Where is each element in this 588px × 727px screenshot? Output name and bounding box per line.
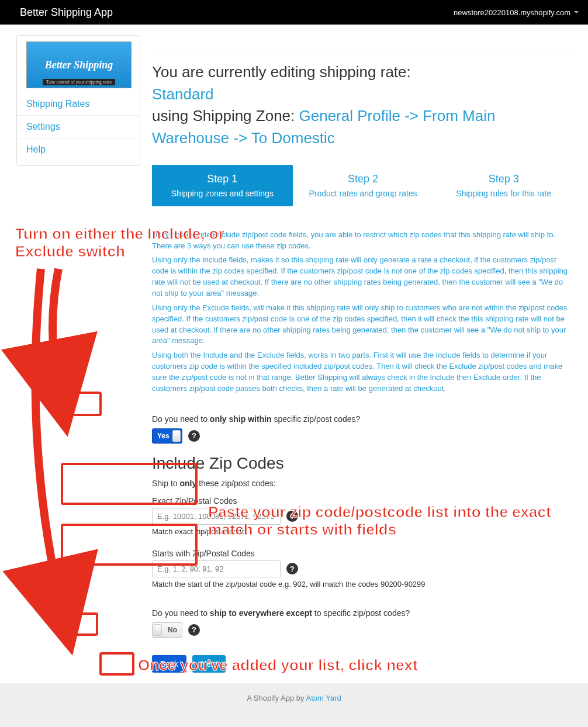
starts-hint: Match the start of the zip/postal code e… [152,580,574,588]
starts-with-zip-input[interactable] [152,560,281,577]
sidebar: Better Shipping Take control of your shi… [16,35,140,166]
tab-step-3[interactable]: Step 3 Shipping rules for this rate [433,165,574,206]
exclude-question: Do you need to ship to everywhere except… [152,608,574,618]
exact-label: Exact Zip/Postal Codes [152,496,574,506]
include-toggle[interactable]: Yes [152,428,182,444]
footer: A Shopify App by Atom Yard [0,683,588,713]
page-heading: You are currently editing shipping rate:… [152,53,574,150]
help-icon[interactable]: ? [188,430,200,442]
tab-step-1[interactable]: Step 1 Shipping zones and settings [152,165,293,206]
logo: Better Shipping Take control of your shi… [26,41,130,88]
nav-button-row: Back Next [152,655,574,673]
help-icon[interactable]: ? [286,510,298,522]
store-name: newstore20220108.myshopify.com [454,8,570,17]
toggle-knob [172,430,181,442]
include-question: Do you need to only ship within specific… [152,414,574,424]
exclude-toggle[interactable]: No [152,622,182,638]
toggle-knob [154,624,162,636]
exact-hint: Match exact zip/postal code. [152,527,574,536]
sidebar-item-help[interactable]: Help [26,144,46,154]
help-icon[interactable]: ? [286,563,298,574]
chevron-down-icon [574,11,579,13]
zone-prefix: using Shipping Zone: [152,107,299,124]
include-section-title: Include Zip Codes [152,454,574,473]
include-toggle-label: Yes [157,432,170,440]
main-content: You are currently editing shipping rate:… [152,35,583,673]
help-icon[interactable]: ? [188,624,200,636]
exact-zip-input[interactable] [152,508,281,525]
topbar: Better Shipping App newstore20220108.mys… [0,0,588,25]
next-button[interactable]: Next [192,655,226,673]
heading-prefix: You are currently editing shipping rate: [152,63,411,81]
store-dropdown[interactable]: newstore20220108.myshopify.com [454,8,579,17]
include-subtext: Ship to only these zip/post codes: [152,479,574,488]
back-button[interactable]: Back [152,655,186,673]
tab-step-2[interactable]: Step 2 Product rates and group rates [293,165,434,206]
app-title: Better Shipping App [20,6,113,19]
sidebar-item-settings[interactable]: Settings [26,122,60,131]
exclude-toggle-label: No [168,626,177,634]
footer-link[interactable]: Atom Yard [306,694,341,702]
logo-image: Better Shipping Take control of your shi… [26,41,132,88]
starts-label: Starts with Zip/Postal Codes [152,549,574,558]
sidebar-nav: Shipping Rates Settings Help [17,88,140,165]
sidebar-item-shipping-rates[interactable]: Shipping Rates [26,99,90,109]
rate-name-link[interactable]: Standard [152,85,214,103]
step-tabs: Step 1 Shipping zones and settings Step … [152,165,574,206]
explainer-text: Using the Include/Exclude zip/post code … [152,206,574,394]
